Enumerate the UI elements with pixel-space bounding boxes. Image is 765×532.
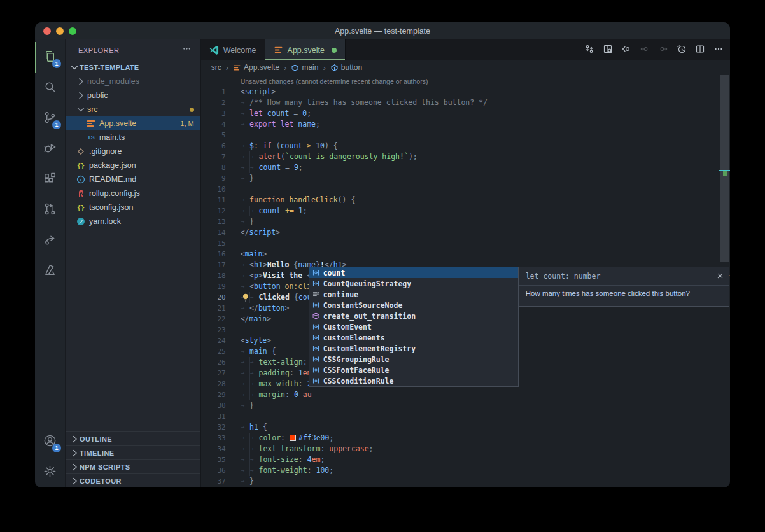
scrollbar-slider[interactable]	[720, 75, 729, 262]
tab-label: App.svelte	[288, 46, 325, 55]
code-line-content[interactable]: →}	[241, 476, 254, 487]
tree-item-app-svelte[interactable]: App.svelte1, M	[66, 116, 200, 130]
tree-item-src[interactable]: src	[66, 102, 200, 116]
code-line-content[interactable]: →</button>	[241, 303, 290, 314]
suggestion-countqueuingstrategy[interactable]: CountQueuingStrategy	[309, 278, 518, 289]
close-window-button[interactable]	[43, 27, 51, 35]
code-line-content[interactable]: →main {	[241, 346, 276, 357]
settings-activity-button[interactable]	[35, 457, 65, 487]
code-line-content[interactable]: →h1 {	[241, 422, 267, 433]
suggestion-create-out-transition[interactable]: create_out_transition	[309, 311, 518, 321]
suggestion-count[interactable]: count	[309, 267, 518, 278]
suggestion-cssfontfacerule[interactable]: CSSFontFaceRule	[309, 365, 518, 375]
navigate-forward-button	[658, 44, 668, 57]
code-line-content[interactable]: →}	[241, 400, 254, 411]
tree-item-readme-md[interactable]: README.md	[66, 172, 200, 186]
gitlens-codelens[interactable]: Unsaved changes (cannot determine recent…	[201, 74, 730, 87]
code-line-content[interactable]: →}	[241, 173, 254, 184]
split-editor-button[interactable]	[695, 44, 705, 57]
breadcrumb-item-app-svelte[interactable]: App.svelte	[233, 63, 279, 72]
suggestion-customevent[interactable]: CustomEvent	[309, 321, 518, 332]
breadcrumb-label: src	[211, 63, 221, 72]
suggestion-customelements[interactable]: customElements	[309, 332, 518, 343]
line-number: 26	[201, 357, 226, 368]
breadcrumb-item-button[interactable]: button	[330, 63, 362, 72]
code-line-content[interactable]: <script>	[241, 87, 276, 97]
code-line-content[interactable]: →function handleClick() {	[241, 195, 356, 206]
project-root-row[interactable]: TEST-TEMPLATE	[66, 60, 200, 74]
sidebar-section-outline[interactable]: OUTLINE	[66, 431, 200, 445]
code-line-content[interactable]: </script>	[241, 227, 280, 238]
previous-change-button[interactable]	[621, 44, 631, 57]
css-color-swatch[interactable]	[290, 435, 296, 441]
sidebar-section-codetour[interactable]: CODETOUR	[66, 473, 200, 487]
code-line-content[interactable]: →→text-align: c	[241, 357, 316, 368]
tree-item-public[interactable]: public	[66, 88, 200, 102]
breadcrumb-item-src[interactable]: src	[211, 63, 221, 72]
suggestion-cssgroupingrule[interactable]: CSSGroupingRule	[309, 354, 518, 365]
sidebar-section-npm-scripts[interactable]: NPM SCRIPTS	[66, 459, 200, 473]
tab-whitespace-icon: →	[241, 476, 249, 487]
tree-item-tsconfig-json[interactable]: {}tsconfig.json	[66, 200, 200, 214]
extensions-activity-button[interactable]	[35, 164, 65, 195]
git-compare-button[interactable]	[584, 44, 594, 57]
code-line-content[interactable]: <main>	[241, 249, 267, 260]
project-name: TEST-TEMPLATE	[80, 64, 139, 71]
code-line-content[interactable]: →→font-weight: 100;	[241, 465, 334, 476]
explorer-more-actions-button[interactable]	[182, 44, 192, 56]
sidebar-section-timeline[interactable]: TIMELINE	[66, 445, 200, 459]
more-actions-button[interactable]	[713, 44, 724, 57]
tab-whitespace-icon: →	[241, 433, 249, 444]
live-share-activity-button[interactable]	[35, 225, 65, 256]
suggestion-constantsourcenode[interactable]: ConstantSourceNode	[309, 300, 518, 311]
tree-item-gitignore[interactable]: .gitignore	[66, 144, 200, 158]
code-line-content[interactable]: →let count = 0;	[241, 108, 311, 119]
code-line-content[interactable]: →→padding: 1em	[241, 368, 312, 379]
code-line-content[interactable]	[241, 184, 249, 195]
line-number: 10	[201, 184, 226, 195]
chevron-right-icon	[69, 448, 80, 458]
close-icon[interactable]	[716, 271, 724, 279]
suggestion-customelementregistry[interactable]: CustomElementRegistry	[309, 343, 518, 354]
source-control-activity-button[interactable]: 1	[35, 103, 65, 134]
suggestion-cssconditionrule[interactable]: CSSConditionRule	[309, 375, 518, 386]
lightbulb-icon[interactable]	[241, 293, 250, 302]
code-line-content[interactable]: </main>	[241, 314, 272, 325]
code-line-content[interactable]: →→font-size: 4em;	[241, 454, 325, 465]
code-line-content[interactable]: →export let name;	[241, 119, 320, 130]
code-line-content[interactable]: →/** How many times has someone clicked …	[241, 97, 488, 108]
breadcrumb-item-main[interactable]: main	[291, 63, 318, 72]
open-changes-button[interactable]	[603, 44, 613, 57]
azure-activity-button[interactable]	[35, 256, 65, 286]
suggestion-label: CustomElementRegistry	[323, 344, 416, 353]
accounts-activity-button[interactable]: 1	[35, 426, 65, 457]
tree-item-yarn-lock[interactable]: yarn.lock	[66, 214, 200, 228]
tree-item-package-json[interactable]: {}package.json	[66, 158, 200, 172]
code-line-content[interactable]: →→alert(`count is dangerously high!`);	[241, 151, 418, 162]
zoom-window-button[interactable]	[69, 27, 76, 35]
file-history-button[interactable]	[677, 44, 687, 57]
code-line-content[interactable]: →→max-width: 2	[241, 379, 312, 389]
github-pull-requests-activity-button[interactable]	[35, 195, 65, 225]
minimize-window-button[interactable]	[56, 27, 64, 35]
run-debug-activity-button[interactable]	[35, 134, 65, 164]
code-line-content[interactable]: →→count += 1;	[241, 206, 307, 216]
code-line-content[interactable]	[241, 130, 249, 141]
code-line-content[interactable]: →→text-transform: uppercase;	[241, 444, 374, 454]
tree-item-rollup-config-js[interactable]: rollup.config.js	[66, 186, 200, 200]
tree-item-node-modules[interactable]: node_modules	[66, 74, 200, 88]
code-line-content[interactable]	[241, 411, 249, 422]
tab-welcome[interactable]: Welcome	[201, 39, 265, 60]
code-line-content[interactable]: →→margin: 0 au	[241, 389, 312, 400]
code-line-content[interactable]: →→count = 9;	[241, 162, 303, 173]
code-line-content[interactable]: →$: if (count ≥ 10) {	[241, 141, 338, 151]
code-line-content[interactable]: →}	[241, 216, 254, 227]
tab-app-svelte[interactable]: App.svelte	[265, 39, 346, 60]
suggestion-continue[interactable]: continue	[309, 289, 518, 300]
search-activity-button[interactable]	[35, 73, 65, 103]
explorer-activity-button[interactable]: 1	[35, 42, 65, 73]
code-line-content[interactable]: →→color: #ff3e00;	[241, 433, 334, 444]
tree-item-main-ts[interactable]: TSmain.ts	[66, 130, 200, 144]
code-line-content[interactable]: <style>	[241, 335, 272, 346]
modified-dot	[332, 48, 337, 53]
